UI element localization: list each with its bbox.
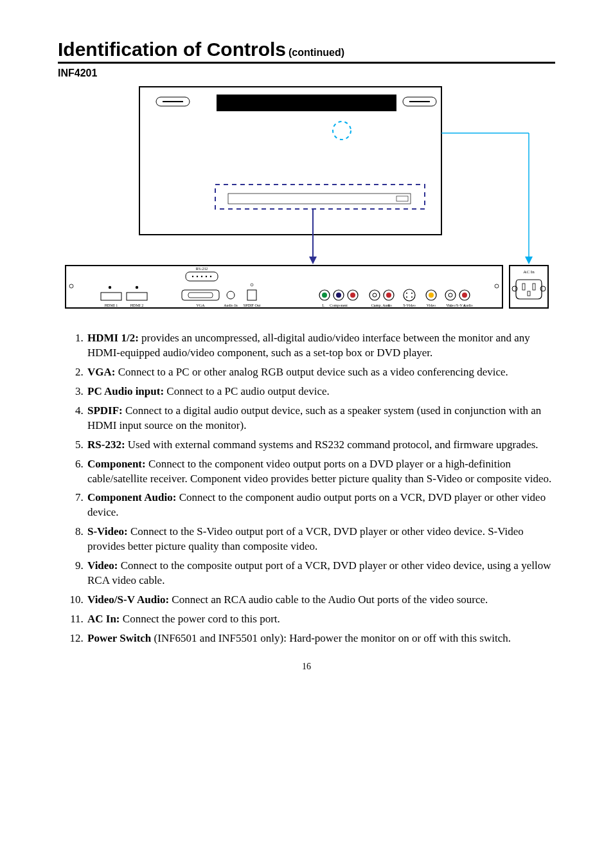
svg-point-39: [369, 290, 380, 300]
list-item: Power Switch (INF6501 and INF5501 only):…: [86, 631, 555, 646]
item-text: Connect to a PC or other analog RGB outp…: [115, 366, 508, 378]
item-label: Power Switch: [87, 632, 151, 644]
hdmi1-label: HDMI 1: [105, 303, 118, 307]
vsv-audio-l: L: [449, 304, 451, 307]
svg-point-49: [429, 293, 434, 298]
svg-point-6: [333, 122, 351, 140]
item-label: SPDIF:: [87, 404, 123, 417]
list-item: S-Video: Connect to the S-Video output p…: [86, 525, 555, 554]
item-text: Connect the power cord to this port.: [120, 613, 280, 625]
item-text: (INF6501 and INF5501 only): Hard-power t…: [151, 632, 511, 644]
page-title-block: Identification of Controls (continued): [58, 39, 555, 64]
svideo-label: S-Video: [403, 303, 416, 307]
item-text: provides an uncompressed, all-digital au…: [87, 332, 530, 359]
list-item: Video: Connect to the composite output p…: [86, 559, 555, 588]
svg-rect-57: [522, 284, 525, 290]
item-text: Connect to the composite output port of …: [87, 559, 551, 586]
item-label: VGA:: [87, 366, 115, 378]
list-item: VGA: Connect to a PC or other analog RGB…: [86, 365, 555, 380]
svg-point-55: [512, 286, 517, 291]
acin-label: AC In: [523, 269, 535, 275]
item-text: Connect to a digital audio output device…: [87, 404, 541, 431]
list-item: AC In: Connect the power cord to this po…: [86, 612, 555, 627]
page-number: 16: [58, 662, 555, 672]
svg-point-53: [462, 293, 467, 298]
item-label: Component Audio:: [87, 491, 176, 503]
item-label: Video:: [87, 559, 118, 572]
svg-point-34: [322, 293, 327, 298]
list-item: HDMI 1/2: provides an uncompressed, all-…: [86, 331, 555, 361]
vga-label: VGA: [197, 303, 206, 307]
svg-point-43: [404, 289, 415, 301]
svg-point-45: [411, 293, 413, 294]
svg-rect-8: [228, 194, 411, 204]
svg-point-36: [336, 293, 341, 298]
item-text: Connect to the component video output po…: [87, 458, 551, 485]
svg-rect-19: [127, 293, 147, 300]
svg-point-44: [406, 293, 407, 294]
svg-rect-18: [101, 293, 121, 300]
component-l: L: [322, 303, 324, 307]
svg-point-40: [373, 293, 377, 297]
svg-point-25: [201, 276, 202, 277]
list-item: Component: Connect to the component vide…: [86, 457, 555, 487]
rs232-label: RS-232: [196, 267, 208, 271]
svg-point-47: [411, 296, 413, 298]
svg-rect-28: [182, 290, 219, 300]
item-label: Video/S-V Audio:: [87, 593, 169, 606]
svg-rect-59: [528, 291, 530, 296]
svg-point-51: [449, 293, 452, 297]
connector-description-list: HDMI 1/2: provides an uncompressed, all-…: [58, 331, 555, 646]
svg-point-21: [136, 286, 138, 289]
svg-marker-14: [525, 257, 533, 264]
list-item: Video/S-V Audio: Connect an RCA audio ca…: [86, 593, 555, 608]
svg-point-42: [386, 293, 391, 298]
video-label: Video: [427, 303, 436, 307]
list-item: RS-232: Used with external command syste…: [86, 438, 555, 453]
svg-marker-11: [309, 257, 317, 264]
svg-point-50: [445, 290, 456, 300]
list-item: SPDIF: Connect to a digital audio output…: [86, 404, 555, 433]
item-text: Connect to the S-Video output port of a …: [87, 525, 524, 552]
audio-in-label: Audio In: [224, 303, 238, 307]
page-title-suffix: (continued): [289, 47, 344, 58]
item-label: PC Audio input:: [87, 385, 164, 397]
connector-diagram-svg: HDMI 1 HDMI 2 RS-232 VGA Audio In SPDIF …: [62, 83, 551, 314]
svg-rect-29: [188, 293, 213, 298]
spdif-label: SPDIF Out: [244, 303, 261, 307]
svg-rect-15: [66, 266, 502, 308]
svg-point-16: [69, 284, 73, 288]
svg-point-32: [251, 284, 253, 286]
svg-rect-58: [533, 284, 535, 290]
item-label: RS-232:: [87, 439, 125, 451]
svg-point-27: [210, 276, 211, 277]
list-item: Component Audio: Connect to the componen…: [86, 491, 555, 520]
svg-point-56: [540, 286, 546, 291]
svg-point-24: [197, 276, 198, 277]
item-text: Connect an RCA audio cable to the Audio …: [169, 593, 488, 606]
item-label: Component:: [87, 458, 146, 470]
list-item: PC Audio input: Connect to a PC audio ou…: [86, 384, 555, 399]
comp-audio-l: L: [373, 304, 375, 307]
svg-point-20: [109, 286, 111, 289]
svg-rect-31: [247, 290, 256, 300]
component-label: Component: [330, 303, 348, 307]
svg-point-46: [406, 296, 407, 298]
model-number: INF4201: [58, 68, 555, 79]
svg-rect-1: [217, 95, 396, 111]
item-text: Connect to a PC audio output device.: [164, 385, 330, 397]
hdmi2-label: HDMI 2: [130, 303, 144, 307]
svg-point-17: [495, 284, 499, 288]
rear-panel-diagram: HDMI 1 HDMI 2 RS-232 VGA Audio In SPDIF …: [58, 83, 555, 317]
item-text: Used with external command systems and R…: [125, 439, 538, 451]
svg-rect-7: [215, 185, 425, 209]
svg-rect-9: [396, 196, 408, 201]
svg-point-26: [206, 276, 207, 277]
svg-point-38: [350, 293, 355, 298]
svg-point-30: [227, 291, 235, 299]
svg-point-23: [192, 276, 193, 277]
item-label: AC In:: [87, 613, 120, 625]
item-label: HDMI 1/2:: [87, 332, 139, 344]
page-title-main: Identification of Controls: [58, 39, 286, 60]
item-label: S-Video:: [87, 525, 128, 538]
